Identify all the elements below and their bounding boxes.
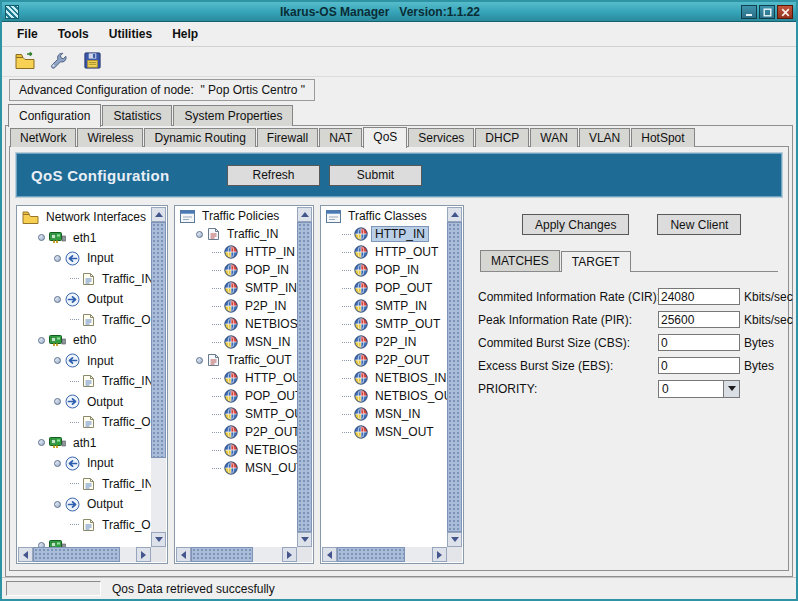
expand-toggle[interactable] [196,357,203,364]
tree-node-smtp-out[interactable]: SMTP_OUT [322,315,447,333]
tree-node-network-interfaces[interactable]: Network Interfaces [18,207,151,228]
tree-node-traffic-ou[interactable]: Traffic_OU [18,515,151,536]
tree-node-traffic-in[interactable]: Traffic_IN [18,474,151,495]
subtab-network[interactable]: NetWork [10,128,76,147]
scroll-down-button[interactable] [447,532,462,547]
tree-node-netbios-in[interactable]: NETBIOS_IN [322,369,447,387]
menu-utilities[interactable]: Utilities [100,24,161,44]
subtab-hotspot[interactable]: HotSpot [631,128,694,147]
tools-button[interactable] [45,49,72,74]
tree-node-msn-in[interactable]: MSN_IN [176,333,297,351]
tree-node-clipped[interactable] [18,535,151,547]
tab-statistics[interactable]: Statistics [102,105,172,126]
tab-system-properties[interactable]: System Properties [173,105,293,126]
tree-node-msn-out[interactable]: MSN_OUT [322,423,447,441]
tree-node-input[interactable]: Input [18,351,151,372]
subtab-dhcp[interactable]: DHCP [475,128,529,147]
vertical-scroll-track[interactable] [447,222,462,532]
tree-node-http-in[interactable]: HTTP_IN [176,243,297,261]
expand-toggle[interactable] [196,231,203,238]
tree-node-http-out[interactable]: HTTP_OUT [176,369,297,387]
apply-changes-button[interactable]: Apply Changes [522,214,629,235]
subtab-wan[interactable]: WAN [530,128,578,147]
tree-node-pop-in[interactable]: POP_IN [322,261,447,279]
tree-node-p2p-in[interactable]: P2P_IN [322,333,447,351]
tree-node-input[interactable]: Input [18,453,151,474]
close-button[interactable] [777,5,793,19]
scroll-down-button[interactable] [297,532,312,547]
scroll-down-button[interactable] [151,532,166,547]
subtab-firewall[interactable]: Firewall [257,128,318,147]
subtab-qos[interactable]: QoS [363,127,407,148]
tree-node-smtp-out[interactable]: SMTP_OUT [176,405,297,423]
tree-node-msn-in[interactable]: MSN_IN [322,405,447,423]
vertical-scrollbar[interactable] [151,207,166,547]
scroll-right-button[interactable] [136,547,151,562]
submit-button[interactable]: Submit [329,165,422,186]
expand-toggle[interactable] [38,439,45,446]
tree-node-traffic-policies[interactable]: Traffic Policies [176,207,297,225]
expand-toggle[interactable] [54,460,61,467]
scroll-left-button[interactable] [176,547,191,562]
tree-node-netbios-ou[interactable]: NETBIOS_OU [176,441,297,459]
tree-node-p2p-in[interactable]: P2P_IN [176,297,297,315]
subtab-dynamic-routing[interactable]: Dynamic Routing [144,128,255,147]
horizontal-scroll-track[interactable] [337,547,432,562]
tree-node-http-in[interactable]: HTTP_IN [322,225,447,243]
vertical-scroll-thumb[interactable] [447,222,462,532]
tab-configuration[interactable]: Configuration [8,104,101,127]
dropdown-button[interactable] [723,381,739,397]
tree-node-input[interactable]: Input [18,248,151,269]
subtab-vlan[interactable]: VLAN [579,128,630,147]
new-client-button[interactable]: New Client [657,214,741,235]
tree-node-msn-out[interactable]: MSN_OUT [176,459,297,477]
vertical-scroll-track[interactable] [297,222,312,532]
scroll-right-button[interactable] [282,547,297,562]
maximize-button[interactable] [759,5,775,19]
horizontal-scrollbar[interactable] [322,547,447,562]
menu-tools[interactable]: Tools [49,24,98,44]
expand-toggle[interactable] [38,234,45,241]
priority-select[interactable]: 0 [658,380,740,398]
tree-node-eth1[interactable]: eth1 [18,228,151,249]
horizontal-scrollbar[interactable] [176,547,297,562]
tree-node-p2p-out[interactable]: P2P_OUT [322,351,447,369]
tree-node-smtp-in[interactable]: SMTP_IN [322,297,447,315]
titlebar[interactable]: Ikarus-OS Manager Version:1.1.22 [2,2,796,22]
vertical-scrollbar[interactable] [297,207,312,547]
tree-node-netbios-out[interactable]: NETBIOS_OUT [322,387,447,405]
refresh-button[interactable]: Refresh [227,165,320,186]
tree-node-eth0[interactable]: eth0 [18,330,151,351]
expand-toggle[interactable] [54,398,61,405]
vertical-scroll-thumb[interactable] [297,222,312,532]
tree-node-pop-out[interactable]: POP_OUT [322,279,447,297]
open-button[interactable] [11,49,38,74]
tree-node-pop-out[interactable]: POP_OUT [176,387,297,405]
tree-node-output[interactable]: Output [18,494,151,515]
peak-information-rate-pir-input[interactable] [658,311,740,328]
tree-node-traffic-classes[interactable]: Traffic Classes [322,207,447,225]
cfgtab-matches[interactable]: MATCHES [480,250,560,271]
subtab-wireless[interactable]: Wireless [77,128,143,147]
tree-node-traffic-in[interactable]: Traffic_IN [18,371,151,392]
horizontal-scroll-track[interactable] [191,547,282,562]
scroll-up-button[interactable] [447,207,462,222]
cfgtab-target[interactable]: TARGET [561,251,631,272]
minimize-button[interactable] [741,5,757,19]
vertical-scroll-thumb[interactable] [151,222,166,458]
tree-node-http-out[interactable]: HTTP_OUT [322,243,447,261]
horizontal-scroll-track[interactable] [33,547,136,562]
horizontal-scrollbar[interactable] [18,547,151,562]
vertical-scroll-track[interactable] [151,222,166,532]
tree-node-output[interactable]: Output [18,392,151,413]
horizontal-scroll-thumb[interactable] [191,547,253,562]
tree-node-ath1[interactable]: ath1 [18,433,151,454]
tree-node-traffic-in[interactable]: Traffic_IN [18,269,151,290]
scroll-left-button[interactable] [18,547,33,562]
excess-burst-size-ebs-input[interactable] [658,357,740,374]
tree-node-traffic-out[interactable]: Traffic_OUT [176,351,297,369]
scroll-left-button[interactable] [322,547,337,562]
menu-help[interactable]: Help [163,24,207,44]
commited-information-rate-cir-input[interactable] [658,288,740,305]
commited-burst-size-cbs-input[interactable] [658,334,740,351]
